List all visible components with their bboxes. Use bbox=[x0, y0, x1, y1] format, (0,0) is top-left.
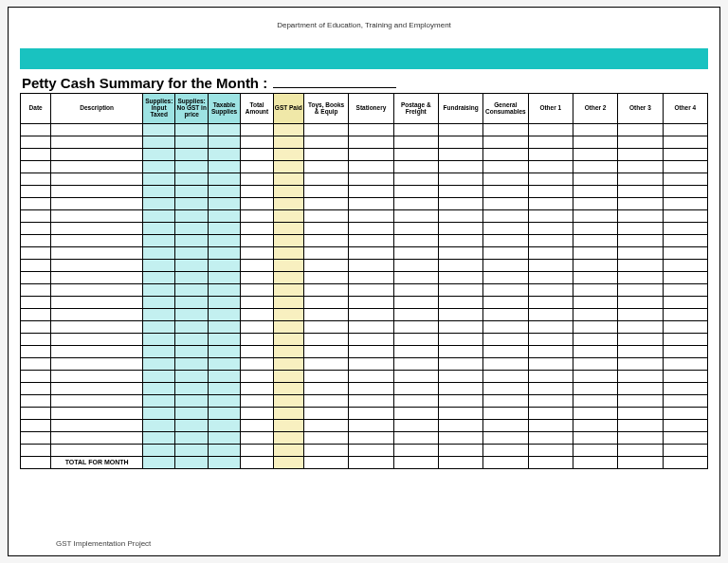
cell[interactable] bbox=[21, 334, 51, 346]
cell[interactable] bbox=[175, 284, 208, 297]
cell[interactable] bbox=[241, 358, 273, 371]
cell[interactable] bbox=[528, 247, 573, 260]
cell[interactable] bbox=[143, 124, 175, 136]
cell[interactable] bbox=[273, 395, 303, 408]
cell[interactable] bbox=[483, 223, 528, 235]
cell[interactable] bbox=[175, 235, 208, 247]
cell[interactable] bbox=[175, 445, 208, 457]
cell[interactable] bbox=[273, 309, 303, 321]
cell[interactable] bbox=[528, 284, 573, 297]
cell[interactable] bbox=[175, 173, 208, 186]
cell[interactable] bbox=[303, 297, 348, 309]
cell[interactable] bbox=[51, 136, 143, 149]
cell[interactable] bbox=[438, 173, 482, 186]
cell[interactable] bbox=[51, 260, 143, 272]
cell[interactable] bbox=[349, 358, 393, 371]
cell[interactable] bbox=[438, 432, 482, 445]
cell[interactable] bbox=[303, 223, 348, 235]
cell[interactable] bbox=[51, 395, 143, 408]
cell[interactable] bbox=[273, 334, 303, 346]
cell[interactable] bbox=[273, 321, 303, 334]
cell[interactable] bbox=[393, 346, 438, 358]
cell[interactable] bbox=[241, 445, 273, 457]
cell[interactable] bbox=[528, 346, 573, 358]
cell[interactable] bbox=[208, 346, 240, 358]
cell[interactable] bbox=[349, 260, 393, 272]
cell[interactable] bbox=[483, 260, 528, 272]
cell[interactable] bbox=[143, 321, 175, 334]
cell[interactable] bbox=[393, 223, 438, 235]
cell[interactable] bbox=[273, 408, 303, 420]
cell[interactable] bbox=[175, 161, 208, 173]
cell[interactable] bbox=[273, 420, 303, 432]
cell[interactable] bbox=[241, 161, 273, 173]
cell[interactable] bbox=[393, 371, 438, 383]
cell[interactable] bbox=[483, 346, 528, 358]
cell[interactable] bbox=[303, 173, 348, 186]
cell[interactable] bbox=[393, 161, 438, 173]
cell[interactable] bbox=[21, 161, 51, 173]
cell[interactable] bbox=[573, 149, 617, 161]
cell[interactable] bbox=[21, 272, 51, 284]
cell[interactable] bbox=[438, 346, 482, 358]
cell[interactable] bbox=[663, 210, 707, 223]
cell[interactable] bbox=[51, 272, 143, 284]
cell[interactable] bbox=[573, 272, 617, 284]
cell[interactable] bbox=[175, 297, 208, 309]
cell[interactable] bbox=[528, 210, 573, 223]
cell[interactable] bbox=[438, 186, 482, 198]
cell[interactable] bbox=[483, 420, 528, 432]
cell[interactable] bbox=[618, 383, 663, 395]
cell[interactable] bbox=[483, 334, 528, 346]
cell[interactable] bbox=[21, 124, 51, 136]
cell[interactable] bbox=[21, 136, 51, 149]
cell[interactable] bbox=[393, 297, 438, 309]
cell[interactable] bbox=[349, 383, 393, 395]
cell[interactable] bbox=[303, 161, 348, 173]
cell[interactable] bbox=[21, 223, 51, 235]
cell[interactable] bbox=[393, 149, 438, 161]
cell[interactable] bbox=[241, 272, 273, 284]
cell[interactable] bbox=[208, 371, 240, 383]
cell[interactable] bbox=[438, 284, 482, 297]
cell[interactable] bbox=[573, 247, 617, 260]
cell[interactable] bbox=[51, 408, 143, 420]
cell[interactable] bbox=[241, 173, 273, 186]
cell[interactable] bbox=[51, 210, 143, 223]
cell[interactable] bbox=[663, 346, 707, 358]
cell[interactable] bbox=[349, 309, 393, 321]
cell[interactable] bbox=[241, 432, 273, 445]
cell[interactable] bbox=[143, 161, 175, 173]
cell[interactable] bbox=[528, 198, 573, 210]
cell[interactable] bbox=[528, 297, 573, 309]
cell[interactable] bbox=[273, 445, 303, 457]
cell[interactable] bbox=[21, 457, 51, 469]
cell[interactable] bbox=[618, 358, 663, 371]
cell[interactable] bbox=[303, 395, 348, 408]
cell[interactable] bbox=[393, 432, 438, 445]
cell[interactable] bbox=[618, 173, 663, 186]
cell[interactable] bbox=[175, 136, 208, 149]
cell[interactable] bbox=[303, 358, 348, 371]
cell[interactable] bbox=[349, 395, 393, 408]
cell[interactable] bbox=[393, 408, 438, 420]
cell[interactable] bbox=[143, 445, 175, 457]
cell[interactable] bbox=[303, 383, 348, 395]
cell[interactable] bbox=[208, 136, 240, 149]
cell[interactable] bbox=[528, 358, 573, 371]
cell[interactable] bbox=[143, 173, 175, 186]
month-input-line[interactable] bbox=[273, 77, 396, 88]
cell[interactable] bbox=[618, 210, 663, 223]
cell[interactable] bbox=[393, 383, 438, 395]
cell[interactable] bbox=[663, 198, 707, 210]
cell[interactable] bbox=[21, 395, 51, 408]
cell[interactable] bbox=[208, 358, 240, 371]
cell[interactable] bbox=[438, 161, 482, 173]
cell[interactable] bbox=[21, 383, 51, 395]
cell[interactable] bbox=[573, 210, 617, 223]
cell[interactable] bbox=[349, 223, 393, 235]
cell[interactable] bbox=[143, 358, 175, 371]
cell[interactable] bbox=[483, 186, 528, 198]
cell[interactable] bbox=[618, 284, 663, 297]
cell[interactable] bbox=[175, 395, 208, 408]
